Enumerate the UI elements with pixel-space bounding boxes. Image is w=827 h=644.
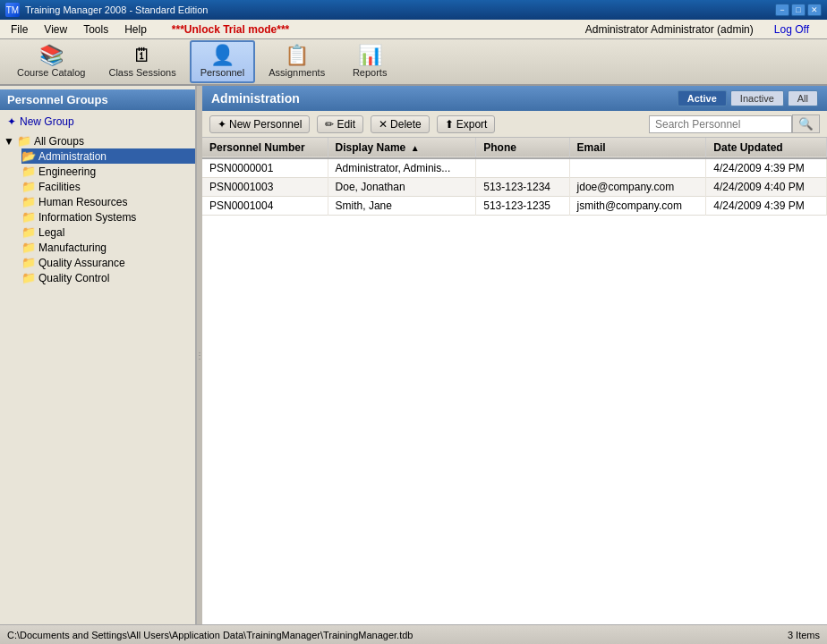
assignments-icon: 📋	[285, 46, 309, 65]
new-personnel-icon: ✦	[217, 118, 226, 131]
app-title: Training Manager 2008 - Standard Edition	[25, 4, 208, 15]
item-count: 3 Items	[788, 630, 820, 640]
reports-icon: 📊	[358, 46, 382, 65]
status-inactive-button[interactable]: Inactive	[730, 90, 784, 106]
content-toolbar: ✦ New Personnel ✏ Edit ✕ Delete ⬆ Export…	[202, 111, 827, 138]
menu-tools[interactable]: Tools	[76, 21, 115, 38]
folder-icon: 📂	[21, 149, 36, 163]
export-icon: ⬆	[445, 118, 454, 131]
folder-icon: 📁	[17, 134, 31, 148]
edit-icon: ✏	[325, 118, 334, 131]
folder-icon: 📁	[21, 256, 36, 269]
assignments-label: Assignments	[269, 67, 325, 78]
sidebar-item-information-systems[interactable]: 📁 Information Systems	[21, 209, 195, 225]
content-panel: Administration Active Inactive All ✦ New…	[202, 86, 827, 624]
title-bar: TM Training Manager 2008 - Standard Edit…	[0, 0, 827, 20]
sidebar-item-engineering[interactable]: 📁 Engineering	[21, 164, 195, 179]
folder-icon: 📁	[21, 271, 36, 284]
cell-display-name: Smith, Jane	[328, 197, 476, 216]
table-header-row: Personnel Number Display Name ▲ Phone Em…	[202, 138, 827, 158]
cell-phone: 513-123-1234	[476, 178, 569, 197]
table-body: PSN0000001 Administrator, Adminis... 4/2…	[202, 158, 827, 216]
toolbar-course-catalog[interactable]: 📚 Course Catalog	[7, 41, 95, 82]
cell-personnel-number: PSN0001004	[202, 197, 328, 216]
col-display-name[interactable]: Display Name ▲	[328, 138, 476, 158]
toolbar-reports[interactable]: 📊 Reports	[338, 41, 401, 82]
status-bar: C:\Documents and Settings\All Users\Appl…	[0, 624, 827, 644]
folder-icon: 📁	[21, 180, 36, 193]
new-group-icon: ✦	[7, 115, 16, 128]
main-toolbar: 📚 Course Catalog 🗓 Class Sessions 👤 Pers…	[0, 39, 827, 86]
toolbar-personnel[interactable]: 👤 Personnel	[190, 40, 256, 83]
menu-file[interactable]: File	[4, 21, 35, 38]
status-path: C:\Documents and Settings\All Users\Appl…	[7, 630, 413, 640]
sidebar-item-administration[interactable]: 📂 Administration	[21, 148, 195, 164]
table-row[interactable]: PSN0000001 Administrator, Adminis... 4/2…	[202, 158, 827, 178]
content-header: Administration Active Inactive All	[202, 86, 827, 111]
restore-button[interactable]: □	[791, 4, 806, 16]
folder-icon: 📁	[21, 195, 36, 208]
sidebar-title: Personnel Groups	[0, 89, 195, 110]
sidebar-item-legal[interactable]: 📁 Legal	[21, 225, 195, 240]
tree-expand-icon: ▼	[4, 135, 14, 148]
cell-phone: 513-123-1235	[476, 197, 569, 216]
menu-bar: File View Tools Help ***Unlock Trial mod…	[0, 20, 827, 39]
personnel-table: Personnel Number Display Name ▲ Phone Em…	[202, 138, 827, 216]
sidebar-item-facilities[interactable]: 📁 Facilities	[21, 179, 195, 194]
class-sessions-label: Class Sessions	[108, 67, 175, 78]
search-input[interactable]	[649, 115, 792, 133]
folder-icon: 📁	[21, 165, 36, 178]
cell-date-updated: 4/24/2009 4:39 PM	[706, 197, 827, 216]
cell-personnel-number: PSN0000001	[202, 158, 328, 178]
sidebar: Personnel Groups ✦ New Group ▼ 📁 All Gro…	[0, 86, 197, 624]
col-personnel-number[interactable]: Personnel Number	[202, 138, 328, 158]
new-group-button[interactable]: ✦ New Group	[0, 114, 195, 130]
minimize-button[interactable]: −	[775, 4, 789, 16]
delete-icon: ✕	[379, 118, 388, 131]
course-catalog-label: Course Catalog	[17, 67, 85, 78]
delete-button[interactable]: ✕ Delete	[371, 115, 430, 133]
main-area: Personnel Groups ✦ New Group ▼ 📁 All Gro…	[0, 86, 827, 624]
sidebar-item-quality-control[interactable]: 📁 Quality Control	[21, 270, 195, 285]
cell-date-updated: 4/24/2009 4:39 PM	[706, 158, 827, 178]
cell-phone	[476, 158, 569, 178]
tree-all-groups[interactable]: ▼ 📁 All Groups	[4, 133, 195, 148]
close-button[interactable]: ✕	[807, 4, 822, 16]
edit-button[interactable]: ✏ Edit	[317, 115, 363, 133]
status-all-button[interactable]: All	[788, 90, 818, 106]
sidebar-item-quality-assurance[interactable]: 📁 Quality Assurance	[21, 255, 195, 270]
data-table: Personnel Number Display Name ▲ Phone Em…	[202, 138, 827, 624]
cell-date-updated: 4/24/2009 4:40 PM	[706, 178, 827, 197]
export-button[interactable]: ⬆ Export	[437, 115, 496, 133]
status-active-button[interactable]: Active	[678, 90, 727, 106]
reports-label: Reports	[353, 67, 388, 78]
admin-info: Administrator Administrator (admin) Log …	[571, 21, 823, 38]
toolbar-assignments[interactable]: 📋 Assignments	[259, 41, 335, 82]
sidebar-item-human-resources[interactable]: 📁 Human Resources	[21, 194, 195, 209]
menu-help[interactable]: Help	[117, 21, 154, 38]
app-icon: TM	[5, 3, 20, 17]
course-catalog-icon: 📚	[39, 46, 64, 65]
personnel-icon: 👤	[210, 46, 234, 65]
sidebar-item-manufacturing[interactable]: 📁 Manufacturing	[21, 240, 195, 255]
folder-icon: 📁	[21, 210, 36, 224]
cell-email: jdoe@company.com	[569, 178, 706, 197]
content-title: Administration	[211, 91, 300, 106]
personnel-label: Personnel	[200, 67, 245, 78]
search-button[interactable]: 🔍	[792, 114, 820, 133]
cell-display-name: Administrator, Adminis...	[328, 158, 476, 178]
col-email[interactable]: Email	[569, 138, 706, 158]
folder-icon: 📁	[21, 225, 36, 239]
table-row[interactable]: PSN0001003 Doe, Jonathan 513-123-1234 jd…	[202, 178, 827, 197]
new-personnel-button[interactable]: ✦ New Personnel	[209, 115, 310, 133]
cell-email	[569, 158, 706, 178]
menu-view[interactable]: View	[37, 21, 74, 38]
logoff-link[interactable]: Log Off	[767, 21, 816, 38]
toolbar-class-sessions[interactable]: 🗓 Class Sessions	[98, 41, 185, 82]
folder-icon: 📁	[21, 241, 36, 254]
table-row[interactable]: PSN0001004 Smith, Jane 513-123-1235 jsmi…	[202, 197, 827, 216]
cell-display-name: Doe, Jonathan	[328, 178, 476, 197]
class-sessions-icon: 🗓	[132, 46, 152, 65]
col-date-updated[interactable]: Date Updated	[706, 138, 827, 158]
col-phone[interactable]: Phone	[476, 138, 569, 158]
